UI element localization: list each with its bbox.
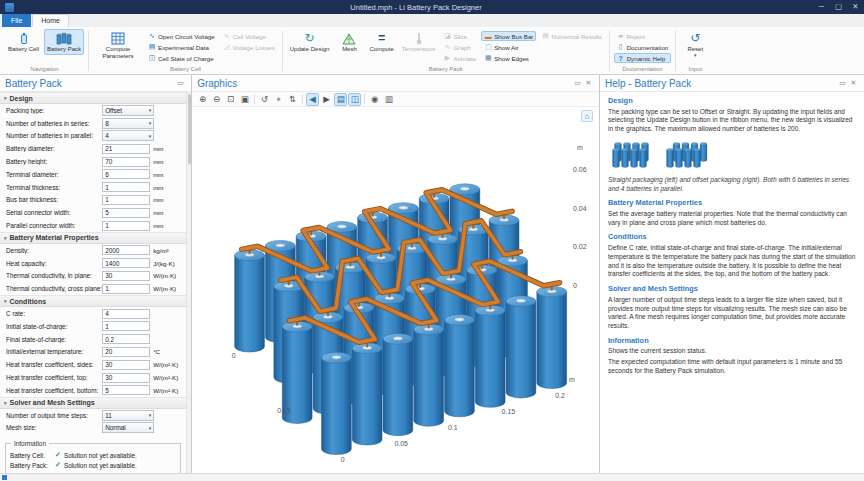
graphics-canvas[interactable]: m0.060.040.02000.050.10.150.2m00.05 ⌂ bbox=[192, 107, 599, 473]
setting-input[interactable] bbox=[102, 221, 150, 231]
experimental-data-button[interactable]: ▤Experimental Data bbox=[145, 42, 218, 52]
data-table-icon: ▤ bbox=[148, 43, 156, 51]
setting-control: mm bbox=[102, 195, 184, 205]
cell-voltage-button[interactable]: ∿Cell Voltage bbox=[220, 31, 278, 41]
minimize-icon[interactable]: ─ bbox=[813, 0, 830, 14]
setting-input[interactable] bbox=[102, 271, 150, 281]
slice-icon: ◪ bbox=[444, 32, 452, 40]
graph-button[interactable]: ∿Graph bbox=[441, 42, 480, 52]
button-label: Open Circuit Voltage bbox=[158, 33, 215, 40]
setting-input[interactable] bbox=[102, 385, 150, 395]
ribbon-divider bbox=[282, 31, 283, 71]
close-icon[interactable]: ✕ bbox=[583, 79, 594, 87]
zoom-extents-icon[interactable]: ▣ bbox=[238, 93, 251, 106]
tab-file[interactable]: File bbox=[2, 14, 31, 27]
section-header[interactable]: ▾Solver and Mesh Settings bbox=[0, 397, 186, 409]
svg-text:0.05: 0.05 bbox=[277, 407, 291, 414]
setting-select[interactable]: Offset▾ bbox=[102, 105, 154, 116]
settings-row: Heat capacity:J/(kg·K) bbox=[0, 257, 186, 270]
undock-icon[interactable]: ▭ bbox=[175, 79, 186, 87]
button-label: Cell Voltage bbox=[233, 33, 266, 40]
open-circuit-voltage-button[interactable]: ∿Open Circuit Voltage bbox=[145, 31, 218, 41]
battery-cell-button[interactable]: Battery Cell bbox=[5, 29, 42, 55]
numerical-results-icon: ▤ bbox=[541, 32, 549, 40]
report-button[interactable]: ▰Report bbox=[614, 31, 672, 41]
section-header[interactable]: ▾Conditions bbox=[0, 295, 186, 307]
setting-label: Packing type: bbox=[6, 107, 102, 114]
setting-select[interactable]: Normal▾ bbox=[102, 422, 154, 433]
go-to-default-view-icon[interactable]: ↺ bbox=[258, 93, 271, 106]
mesh-button[interactable]: Mesh bbox=[334, 29, 364, 55]
show-edges-toggle[interactable]: ▦Show Edges bbox=[481, 53, 536, 63]
setting-input[interactable] bbox=[102, 373, 150, 383]
center-view-icon[interactable]: ⌖ bbox=[272, 93, 285, 106]
settings-scrollbar[interactable] bbox=[186, 92, 191, 473]
setting-input[interactable] bbox=[102, 195, 150, 205]
setting-input[interactable] bbox=[102, 208, 150, 218]
section-header[interactable]: ▾Battery Material Properties bbox=[0, 232, 186, 244]
snapshot-icon[interactable]: ◉ bbox=[368, 93, 381, 106]
show-bus-bar-toggle[interactable]: ▬Show Bus Bar bbox=[481, 31, 536, 41]
help-text-design: The packing type can be set to Offset or… bbox=[608, 108, 856, 134]
battery-pack-icon bbox=[56, 31, 72, 46]
battery-pack-button[interactable]: Battery Pack bbox=[44, 29, 84, 55]
setting-unit: W/(m²·K) bbox=[150, 387, 184, 394]
setting-select[interactable]: 8▾ bbox=[102, 118, 154, 129]
setting-control: °C bbox=[102, 347, 184, 357]
setting-input[interactable] bbox=[102, 182, 150, 192]
compute-button[interactable]: = Compute bbox=[366, 29, 396, 55]
setting-input[interactable] bbox=[102, 347, 150, 357]
setting-input[interactable] bbox=[102, 157, 150, 167]
setting-input[interactable] bbox=[102, 360, 150, 370]
cell-state-of-charge-button[interactable]: ◫Cell State of Charge bbox=[145, 53, 218, 63]
setting-unit: mm bbox=[150, 145, 184, 152]
information-box: Information Battery Cell: ✓ Solution not… bbox=[5, 443, 181, 473]
orbit-icon[interactable]: ⇅ bbox=[286, 93, 299, 106]
setting-input[interactable] bbox=[102, 334, 150, 344]
animate-button[interactable]: ▶Animate bbox=[441, 53, 480, 63]
close-icon[interactable]: ✕ bbox=[848, 79, 859, 87]
setting-input[interactable] bbox=[102, 321, 150, 331]
battery-pack-3d-view[interactable]: m0.060.040.02000.050.10.150.2m00.05 bbox=[192, 107, 599, 473]
compute-parameters-button[interactable]: Compute Parameters bbox=[93, 29, 143, 62]
setting-label: Thermal conductivity, in plane: bbox=[6, 272, 102, 279]
temperature-button[interactable]: Temperature bbox=[399, 29, 439, 55]
setting-control: 11▾ bbox=[102, 410, 184, 421]
undock-icon[interactable]: ▭ bbox=[837, 79, 848, 87]
setting-control: kg/m³ bbox=[102, 245, 184, 255]
documentation-button[interactable]: ▯Documentation bbox=[614, 42, 672, 52]
setting-input[interactable] bbox=[102, 245, 150, 255]
scene-home-icon[interactable]: ⌂ bbox=[581, 110, 593, 122]
section-header[interactable]: ▾Design bbox=[0, 92, 186, 104]
print-icon[interactable]: ▥ bbox=[382, 93, 395, 106]
setting-select[interactable]: 4▾ bbox=[102, 130, 154, 141]
next-view-icon[interactable]: ▶ bbox=[320, 93, 333, 106]
zoom-out-icon[interactable]: ⊖ bbox=[210, 93, 223, 106]
transparency-icon[interactable]: ◫ bbox=[348, 93, 361, 106]
dynamic-help-toggle[interactable]: ?Dynamic Help bbox=[614, 53, 672, 63]
reset-button[interactable]: ↺ Reset ▾ bbox=[680, 29, 710, 61]
setting-input[interactable] bbox=[102, 284, 150, 294]
setting-input[interactable] bbox=[102, 258, 150, 268]
zoom-in-icon[interactable]: ⊕ bbox=[196, 93, 209, 106]
setting-input[interactable] bbox=[102, 309, 150, 319]
report-icon: ▰ bbox=[617, 32, 625, 40]
zoom-box-icon[interactable]: ⊡ bbox=[224, 93, 237, 106]
setting-input[interactable] bbox=[102, 144, 150, 154]
show-air-toggle[interactable]: ▢Show Air bbox=[481, 42, 536, 52]
setting-input[interactable] bbox=[102, 169, 150, 179]
undock-icon[interactable]: ▭ bbox=[572, 79, 583, 87]
voltage-plot-icon: ∿ bbox=[223, 32, 231, 40]
tab-home[interactable]: Home bbox=[32, 14, 69, 27]
slice-button[interactable]: ◪Slice bbox=[441, 31, 480, 41]
voltage-losses-button[interactable]: ◿Voltage Losses bbox=[220, 42, 278, 52]
setting-select[interactable]: 11▾ bbox=[102, 410, 154, 421]
status-bar bbox=[0, 473, 864, 481]
previous-view-icon[interactable]: ◀ bbox=[306, 93, 319, 106]
numerical-results-button[interactable]: ▤Numerical Results bbox=[538, 31, 604, 41]
scene-light-icon[interactable]: ▤ bbox=[334, 93, 347, 106]
close-icon[interactable]: ✕ bbox=[847, 0, 864, 14]
update-design-button[interactable]: ↻ Update Design bbox=[287, 29, 333, 55]
setting-control: mm bbox=[102, 144, 184, 154]
maximize-icon[interactable]: ▢ bbox=[830, 0, 847, 14]
